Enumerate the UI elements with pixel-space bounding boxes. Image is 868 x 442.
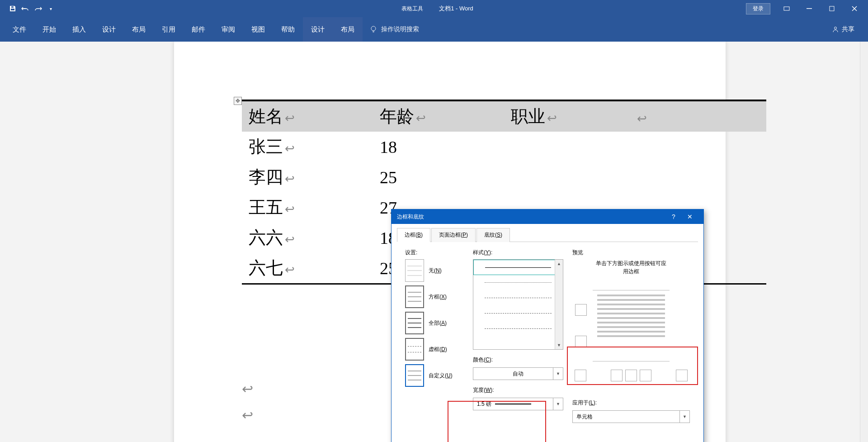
login-button[interactable]: 登录 [746, 3, 770, 14]
tab-design[interactable]: 设计 [94, 17, 124, 42]
tab-layout[interactable]: 布局 [124, 17, 154, 42]
tab-references[interactable]: 引用 [154, 17, 184, 42]
scroll-down-icon[interactable]: ▼ [555, 341, 563, 349]
table-row[interactable]: 李四↩25 [242, 162, 766, 192]
width-dropdown[interactable]: 1.5 磅 ▼ [473, 398, 563, 410]
setting-all[interactable]: 全部(A) [405, 312, 464, 334]
share-label: 共享 [842, 25, 854, 33]
preview-diagram[interactable] [572, 284, 690, 385]
title-bar: ▾ 表格工具 文档1 - Word 登录 [0, 0, 868, 17]
table-header-row[interactable]: 姓名↩ 年龄↩ 职业↩ ↩ [242, 100, 766, 132]
preview-hint: 单击下方图示或使用按钮可应用边框 [572, 259, 690, 276]
tell-me-label: 操作说明搜索 [381, 25, 419, 33]
maximize-icon[interactable] [821, 0, 843, 17]
tab-review[interactable]: 审阅 [213, 17, 243, 42]
width-value: 1.5 磅 [477, 400, 491, 408]
svg-rect-1 [807, 8, 812, 9]
dialog-tabs: 边框(B) 页面边框(P) 底纹(S) [392, 224, 703, 242]
table-row[interactable]: 张三↩18 [242, 132, 766, 162]
chevron-down-icon: ▼ [679, 411, 689, 423]
border-top-button[interactable] [575, 304, 587, 316]
tab-borders[interactable]: 边框(B) [397, 228, 430, 242]
style-item[interactable] [473, 306, 563, 321]
lightbulb-icon [369, 25, 377, 33]
color-dropdown[interactable]: 自动 ▼ [473, 367, 563, 380]
border-left-button[interactable] [611, 370, 623, 381]
apply-to-dropdown[interactable]: 单元格 ▼ [572, 410, 690, 423]
svg-point-4 [835, 27, 837, 29]
context-tab-title: 表格工具 [395, 5, 430, 13]
setting-grid[interactable]: 虚框(D) [405, 338, 464, 361]
border-diag-button[interactable] [575, 370, 586, 381]
setting-box[interactable]: 方框(X) [405, 285, 464, 308]
dialog-close-icon[interactable]: ✕ [682, 209, 698, 224]
paragraph-mark: ↩ [242, 407, 253, 423]
style-listbox[interactable]: ▲▼ [473, 259, 563, 350]
table-header: 年龄 [380, 107, 414, 126]
tab-view[interactable]: 视图 [243, 17, 273, 42]
setting-none[interactable]: 无(N) [405, 259, 464, 282]
scroll-up-icon[interactable]: ▲ [555, 260, 563, 268]
quick-access-toolbar: ▾ [0, 4, 55, 13]
border-right-button[interactable] [640, 370, 651, 381]
tab-insert[interactable]: 插入 [64, 17, 94, 42]
svg-rect-2 [830, 6, 834, 11]
setting-custom[interactable]: 自定义(U) [405, 364, 464, 387]
document-area: ✥ 姓名↩ 年龄↩ 职业↩ ↩ 张三↩18 李四↩25 王五↩27 六六↩18 … [0, 42, 868, 442]
table-header: 姓名 [249, 107, 283, 126]
tab-help[interactable]: 帮助 [273, 17, 303, 42]
border-vmid-button[interactable] [625, 370, 637, 381]
border-diag2-button[interactable] [676, 370, 688, 381]
close-icon[interactable] [844, 0, 865, 17]
tab-page-border[interactable]: 页面边框(P) [431, 228, 476, 242]
minimize-icon[interactable] [798, 0, 820, 17]
qat-dropdown-icon[interactable]: ▾ [46, 4, 55, 13]
document-title: 文档1 - Word [439, 5, 473, 13]
ribbon-tabs: 文件 开始 插入 设计 布局 引用 邮件 审阅 视图 帮助 设计 布局 操作说明… [0, 17, 868, 42]
width-label: 宽度(W): [473, 386, 563, 394]
apply-label: 应用于(L): [572, 399, 690, 407]
paragraph-mark: ↩ [242, 381, 253, 397]
dialog-title: 边框和底纹 [397, 213, 424, 221]
svg-point-3 [371, 26, 376, 31]
style-item[interactable] [473, 290, 563, 306]
tell-me-search[interactable]: 操作说明搜索 [369, 25, 419, 33]
table-header: 职业 [511, 107, 545, 126]
preview-label: 预览 [572, 249, 690, 257]
share-button[interactable]: 共享 [832, 25, 868, 33]
dialog-help-icon[interactable]: ? [665, 209, 682, 224]
tab-file[interactable]: 文件 [5, 17, 34, 42]
chevron-down-icon: ▼ [553, 398, 563, 410]
tab-home[interactable]: 开始 [34, 17, 64, 42]
dialog-titlebar[interactable]: 边框和底纹 ? ✕ [392, 209, 703, 224]
tab-table-layout[interactable]: 布局 [333, 17, 363, 42]
borders-shading-dialog: 边框和底纹 ? ✕ 边框(B) 页面边框(P) 底纹(S) 设置: 无(N) 方… [391, 209, 704, 442]
style-item[interactable] [473, 321, 563, 337]
style-label: 样式(Y): [473, 249, 563, 257]
save-icon[interactable] [8, 4, 17, 13]
chevron-down-icon: ▼ [553, 368, 563, 380]
settings-label: 设置: [405, 249, 464, 257]
tab-table-design[interactable]: 设计 [303, 17, 333, 42]
share-icon [832, 26, 839, 33]
color-label: 颜色(C): [473, 356, 563, 364]
tab-mailings[interactable]: 邮件 [184, 17, 213, 42]
redo-icon[interactable] [33, 4, 42, 13]
color-value: 自动 [513, 370, 524, 378]
style-item[interactable] [473, 260, 563, 275]
border-bottom-button[interactable] [575, 336, 587, 347]
undo-icon[interactable] [21, 4, 30, 13]
tab-shading[interactable]: 底纹(S) [476, 228, 510, 242]
table-move-handle[interactable]: ✥ [234, 97, 242, 105]
ribbon-display-icon[interactable] [776, 0, 797, 17]
style-item[interactable] [473, 275, 563, 290]
vertical-scrollbar[interactable] [860, 42, 868, 442]
apply-to-value: 单元格 [576, 413, 593, 421]
svg-rect-0 [784, 7, 789, 10]
